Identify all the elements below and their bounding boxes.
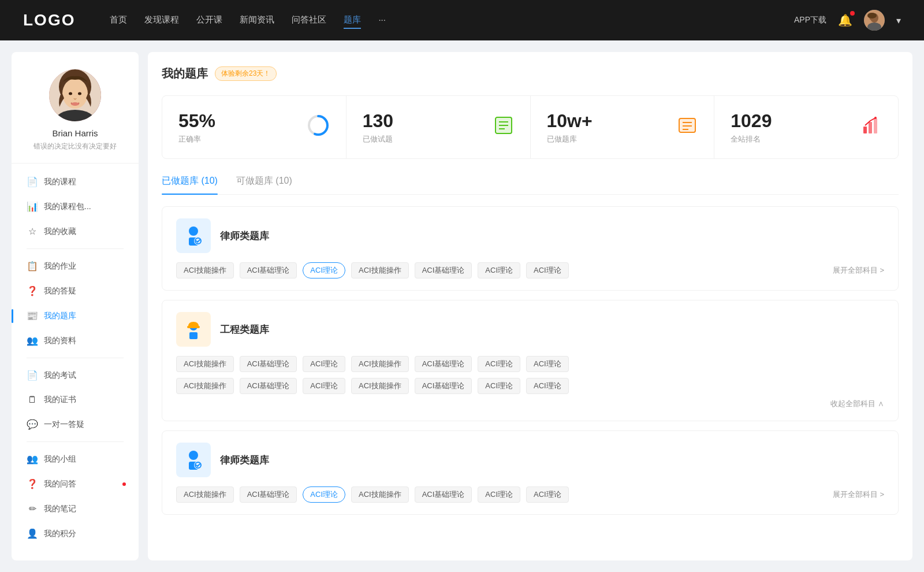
tag-lawyer2-4[interactable]: ACI基础理论 xyxy=(415,486,472,503)
stat-done-questions-value: 130 xyxy=(363,110,484,132)
sidebar-item-my-points[interactable]: 👤 我的积分 xyxy=(17,521,133,546)
sidebar-item-favorites[interactable]: ☆ 我的收藏 xyxy=(17,219,133,244)
tag-lawyer2-0[interactable]: ACI技能操作 xyxy=(176,486,234,503)
logo[interactable]: LOGO xyxy=(23,11,75,29)
stat-site-rank: 1029 全站排名 xyxy=(714,96,898,158)
bank-name-lawyer-2: 律师类题库 xyxy=(220,454,269,467)
app-download-link[interactable]: APP下载 xyxy=(794,15,826,25)
stat-done-banks-label: 已做题库 xyxy=(547,134,668,144)
expand-link-lawyer-2[interactable]: 展开全部科目 > xyxy=(833,489,884,500)
svg-point-9 xyxy=(78,92,81,95)
tag-lawyer1-4[interactable]: ACI基础理论 xyxy=(415,262,472,278)
stat-site-rank-info: 1029 全站排名 xyxy=(731,110,852,144)
bank-icon-lawyer-1 xyxy=(176,218,211,253)
sidebar-item-course-package[interactable]: 📊 我的课程包... xyxy=(17,194,133,219)
tag-eng1-extra-1[interactable]: ACI基础理论 xyxy=(240,378,297,394)
group-icon: 👥 xyxy=(27,454,38,465)
tag-eng1-0[interactable]: ACI技能操作 xyxy=(176,356,234,372)
tag-lawyer1-3[interactable]: ACI技能操作 xyxy=(351,262,409,278)
nav-discover[interactable]: 发现课程 xyxy=(144,12,179,29)
stats-row: 55% 正确率 130 已做试题 xyxy=(162,95,899,159)
sidebar-item-my-course[interactable]: 📄 我的课程 xyxy=(17,169,133,194)
tag-lawyer2-6[interactable]: ACI理论 xyxy=(526,486,569,503)
page-body: Brian Harris 错误的决定比没有决定要好 📄 我的课程 📊 我的课程包… xyxy=(0,40,924,572)
tag-eng1-1[interactable]: ACI基础理论 xyxy=(240,356,297,372)
tag-lawyer1-1[interactable]: ACI基础理论 xyxy=(240,262,297,278)
nav-qa[interactable]: 问答社区 xyxy=(292,12,326,29)
svg-rect-25 xyxy=(869,122,872,133)
user-avatar-nav[interactable] xyxy=(864,10,885,31)
bank-item-engineer-1: 工程类题库 ACI技能操作 ACI基础理论 ACI理论 ACI技能操作 ACI基… xyxy=(162,300,899,421)
tag-eng1-extra-0[interactable]: ACI技能操作 xyxy=(176,378,234,394)
tag-eng1-extra-4[interactable]: ACI基础理论 xyxy=(415,378,472,394)
sidebar-item-certificate[interactable]: 🗒 我的证书 xyxy=(17,388,133,412)
tag-eng1-extra-6[interactable]: ACI理论 xyxy=(526,378,569,394)
tag-lawyer1-5[interactable]: ACI理论 xyxy=(478,262,520,278)
tag-eng1-2[interactable]: ACI理论 xyxy=(303,356,345,372)
sidebar-item-qa[interactable]: ❓ 我的答疑 xyxy=(17,278,133,303)
sidebar-item-my-group[interactable]: 👥 我的小组 xyxy=(17,447,133,471)
page-header: 我的题库 体验剩余23天！ xyxy=(162,66,899,81)
nav-open-course[interactable]: 公开课 xyxy=(196,12,222,29)
notes-icon: ✏ xyxy=(27,503,38,514)
tag-eng1-4[interactable]: ACI基础理论 xyxy=(415,356,472,372)
stat-done-questions: 130 已做试题 xyxy=(346,96,530,158)
menu-divider-3 xyxy=(27,441,124,442)
user-dropdown-arrow[interactable]: ▾ xyxy=(896,15,901,26)
avatar-image-main xyxy=(49,69,101,121)
sidebar-item-homework[interactable]: 📋 我的作业 xyxy=(17,254,133,278)
nav-home[interactable]: 首页 xyxy=(110,12,127,29)
tag-eng1-extra-3[interactable]: ACI技能操作 xyxy=(351,378,409,394)
tag-eng1-extra-5[interactable]: ACI理论 xyxy=(478,378,520,394)
tag-eng1-3[interactable]: ACI技能操作 xyxy=(351,356,409,372)
sidebar-item-my-qa[interactable]: ❓ 我的问答 xyxy=(17,471,133,496)
questions-icon xyxy=(493,115,514,140)
nav-news[interactable]: 新闻资讯 xyxy=(240,12,274,29)
tag-lawyer1-6[interactable]: ACI理论 xyxy=(526,262,569,278)
bank-header-lawyer-1: 律师类题库 xyxy=(176,218,884,253)
sidebar-item-exam[interactable]: 📄 我的考试 xyxy=(17,363,133,388)
bank-name-lawyer-1: 律师类题库 xyxy=(220,229,269,243)
accuracy-chart-icon xyxy=(307,114,330,141)
course-icon: 📄 xyxy=(27,176,38,187)
tag-lawyer2-5[interactable]: ACI理论 xyxy=(478,486,520,503)
tag-lawyer1-2[interactable]: ACI理论 xyxy=(303,262,345,278)
navbar-right: APP下载 🔔 ▾ xyxy=(794,10,901,31)
qa-icon: ❓ xyxy=(27,285,38,296)
tag-eng1-5[interactable]: ACI理论 xyxy=(478,356,520,372)
banks-icon xyxy=(677,115,698,140)
svg-rect-33 xyxy=(189,332,198,339)
avatar-image xyxy=(864,10,885,31)
tag-eng1-extra-2[interactable]: ACI理论 xyxy=(303,378,345,394)
nav-menu: 首页 发现课程 公开课 新闻资讯 问答社区 题库 ··· xyxy=(110,12,771,29)
sidebar-item-question-bank[interactable]: 📰 我的题库 xyxy=(17,303,133,328)
main-content: 我的题库 体验剩余23天！ 55% 正确率 130 xyxy=(148,52,912,560)
materials-icon: 👥 xyxy=(27,335,38,346)
sidebar-item-one-on-one[interactable]: 💬 一对一答疑 xyxy=(17,412,133,437)
tab-done-banks[interactable]: 已做题库 (10) xyxy=(162,175,218,194)
collapse-link-engineer-1[interactable]: 收起全部科目 ∧ xyxy=(176,399,884,409)
lawyer-icon-svg xyxy=(181,224,206,248)
tag-lawyer2-1[interactable]: ACI基础理论 xyxy=(240,486,297,503)
tag-eng1-6[interactable]: ACI理论 xyxy=(526,356,569,372)
svg-point-8 xyxy=(69,92,72,95)
points-icon: 👤 xyxy=(27,528,38,539)
stat-accuracy-value: 55% xyxy=(178,110,297,132)
nav-more[interactable]: ··· xyxy=(378,12,386,29)
tags-row-engineer-1: ACI技能操作 ACI基础理论 ACI理论 ACI技能操作 ACI基础理论 AC… xyxy=(176,356,884,372)
tag-lawyer2-3[interactable]: ACI技能操作 xyxy=(351,486,409,503)
tag-lawyer2-2[interactable]: ACI理论 xyxy=(303,486,345,503)
homework-icon: 📋 xyxy=(27,261,38,272)
user-name: Brian Harris xyxy=(52,128,98,138)
one-on-one-icon: 💬 xyxy=(27,419,38,430)
sidebar-item-materials[interactable]: 👥 我的资料 xyxy=(17,328,133,353)
user-avatar xyxy=(49,69,101,121)
expand-link-lawyer-1[interactable]: 展开全部科目 > xyxy=(833,265,884,276)
tags-row-engineer-1-second: ACI技能操作 ACI基础理论 ACI理论 ACI技能操作 ACI基础理论 AC… xyxy=(176,378,884,394)
tab-available-banks[interactable]: 可做题库 (10) xyxy=(236,175,292,194)
bank-header-engineer-1: 工程类题库 xyxy=(176,312,884,347)
tag-lawyer1-0[interactable]: ACI技能操作 xyxy=(176,262,234,278)
sidebar-item-my-notes[interactable]: ✏ 我的笔记 xyxy=(17,496,133,521)
nav-question-bank[interactable]: 题库 xyxy=(344,12,361,29)
bell-button[interactable]: 🔔 xyxy=(838,13,852,27)
